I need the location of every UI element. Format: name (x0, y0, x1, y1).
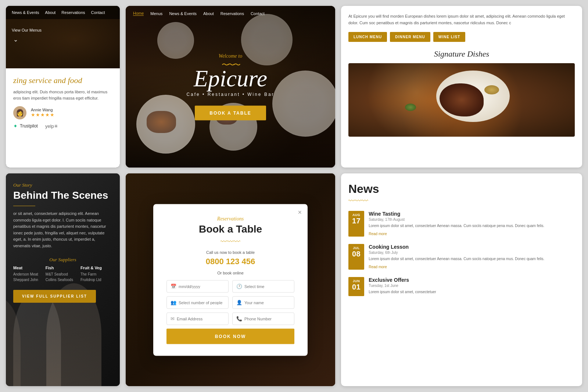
or-online-text: Or book online (166, 270, 294, 275)
news-excerpt-1: Lorem ipsum dolor sit amet, consectetuer… (369, 223, 544, 229)
news-month-3: JUN (352, 279, 361, 283)
menu-description: At Epicure you will find morden European… (348, 13, 575, 26)
news-day-2: 08 (352, 250, 361, 258)
divider-line (13, 206, 35, 206)
hero-nav: Home Menus News & Events About Reservati… (126, 6, 335, 21)
phone-input[interactable] (244, 316, 290, 321)
signature-dishes-title: Signature Dishes (348, 49, 575, 59)
supplier-veg-names: The Farm Fruitdrop Ltd (80, 271, 102, 283)
news-date-badge-1: AUG 17 (348, 211, 364, 237)
our-story-label: Our Story (13, 182, 112, 188)
book-a-table-button[interactable]: BOOK A TABLE (195, 106, 266, 121)
nav-item-about[interactable]: About (45, 10, 56, 15)
hero-description: adipiscing elit. Duis rhoncus porta libe… (13, 89, 112, 101)
nav-reservations[interactable]: Reservations (220, 11, 244, 16)
modal-tag: Reservations (166, 216, 294, 222)
supplier-veg-heading: Fruit & Veg (80, 266, 102, 270)
suppliers-row: Meat Anderson Meat Sheppard John Fish M&… (13, 266, 112, 283)
calendar-icon: 📅 (171, 283, 176, 289)
card-behind-scenes: Our Story Behind The Scenes or sit amet,… (6, 173, 120, 386)
people-field[interactable]: 👥 (166, 296, 229, 309)
supplier-meat-names: Anderson Meat Sheppard John (13, 271, 38, 283)
wine-list-button[interactable]: WINE LIST (433, 32, 466, 42)
book-now-button[interactable]: BOOK NOW (166, 328, 294, 344)
card-reservations: × Reservations Book a Table 〰〰〰 Call us … (126, 173, 335, 386)
modal-title: Book a Table (166, 223, 294, 235)
menu-buttons-row: LUNCH MENU DINNER MENU WINE LIST (348, 32, 575, 42)
form-row-email-phone: ✉ 📞 (166, 312, 294, 325)
time-input[interactable] (244, 284, 290, 288)
lunch-menu-button[interactable]: LUNCH MENU (348, 32, 387, 42)
news-title-1: Wine Tasting (369, 211, 544, 217)
supplier-fish: Fish M&T Seafood Collins Seafoods (46, 266, 73, 283)
person-icon: 👤 (236, 299, 242, 305)
news-date-text-3: Tuesday, 1st June (369, 284, 436, 288)
phone-field[interactable]: 📞 (232, 312, 294, 325)
chevron-down-icon: ⌄ (13, 36, 18, 43)
people-input[interactable] (179, 300, 225, 305)
welcome-to-text: Welcome to (126, 53, 335, 59)
suppliers-section: Our Suppliers Meat Anderson Meat Sheppar… (13, 257, 112, 283)
email-input[interactable] (177, 316, 225, 321)
phone-number: 0800 123 456 (166, 256, 294, 266)
hero-content: Welcome to 〜〜〜 Epicure Cafe • Restaurant… (126, 53, 335, 121)
trustpilot-text: Trustpilot (20, 123, 38, 129)
nav-home[interactable]: Home (133, 11, 144, 16)
nav-item-reservations[interactable]: Reservations (61, 10, 85, 15)
news-content-3: Exclusive Offers Tuesday, 1st June Lorem… (369, 277, 436, 296)
time-field[interactable]: 🕐 (232, 280, 294, 292)
star-rating: ★★★★★ (31, 112, 55, 118)
news-item-1: AUG 17 Wine Tasting Saturday, 17th Augus… (348, 211, 575, 237)
dinner-menu-button[interactable]: DINNER MENU (390, 32, 430, 42)
card-main-hero: Home Menus News & Events About Reservati… (126, 6, 335, 168)
read-more-2[interactable]: Read more (369, 265, 387, 269)
nav-bar-partial: News & Events About Reservations Contact (6, 6, 120, 19)
signature-dish-photo (348, 63, 575, 137)
supplier-veg: Fruit & Veg The Farm Fruitdrop Ltd (80, 266, 102, 283)
behind-title: Behind The Scenes (13, 190, 112, 201)
hero-subtitle: Cafe • Restaurant • Wine Bar (126, 92, 335, 97)
reviewer-name: Annie Wang (31, 108, 55, 112)
news-day-1: 17 (352, 217, 361, 225)
nav-contact[interactable]: Contact (251, 11, 265, 16)
news-month-2: JUL (352, 246, 361, 250)
news-title-3: Exclusive Offers (369, 277, 436, 283)
email-icon: ✉ (171, 316, 175, 321)
supplier-meat-heading: Meat (13, 266, 38, 270)
nav-item-news-events[interactable]: News & Events (12, 10, 39, 15)
card-hero-partial: News & Events About Reservations Contact… (6, 6, 120, 168)
news-title-2: Cooking Lesson (369, 244, 544, 250)
avatar: 👩 (13, 106, 26, 119)
nav-item-contact[interactable]: Contact (91, 10, 105, 15)
nav-news-events[interactable]: News & Events (169, 11, 197, 16)
date-field[interactable]: 📅 (166, 280, 229, 292)
read-more-1[interactable]: Read more (369, 232, 387, 236)
form-row-people-name: 👥 👤 (166, 296, 294, 309)
date-input[interactable] (179, 284, 225, 288)
review-row: 👩 Annie Wang ★★★★★ (13, 106, 112, 119)
name-input[interactable] (244, 300, 290, 305)
news-month-1: AUG (352, 213, 361, 217)
card-menu: At Epicure you will find morden European… (341, 6, 582, 168)
yelp-text: yelp (45, 123, 54, 129)
news-section-title: News (348, 182, 575, 196)
supplier-fish-names: M&T Seafood Collins Seafoods (46, 271, 73, 283)
name-field[interactable]: 👤 (232, 296, 294, 309)
phone-icon: 📞 (236, 316, 242, 321)
email-field[interactable]: ✉ (166, 312, 229, 325)
behind-description: or sit amet, consectetuer adipiscing eli… (13, 211, 112, 249)
nav-about[interactable]: About (203, 11, 214, 16)
close-icon[interactable]: × (298, 208, 302, 216)
hero-tagline: zing service and food (13, 76, 112, 85)
white-content-section: zing service and food adipiscing elit. D… (6, 68, 120, 168)
card-news: News 〰〰〰 AUG 17 Wine Tasting Saturday, 1… (341, 173, 582, 386)
call-text: Call us now to book a table (166, 250, 294, 254)
news-date-text-1: Saturday, 17th August (369, 217, 544, 222)
news-divider-ornament: 〰〰〰 (348, 197, 575, 205)
news-date-badge-3: JUN 01 (348, 277, 364, 296)
news-excerpt-3: Lorem ipsum dolor sit amet, consectetuer (369, 289, 436, 295)
suppliers-title: Our Suppliers (13, 257, 112, 263)
nav-menus[interactable]: Menus (150, 11, 162, 16)
clock-icon: 🕐 (236, 283, 242, 289)
view-supplier-list-button[interactable]: VIEW FULL SUPPLIER LIST (13, 290, 96, 303)
